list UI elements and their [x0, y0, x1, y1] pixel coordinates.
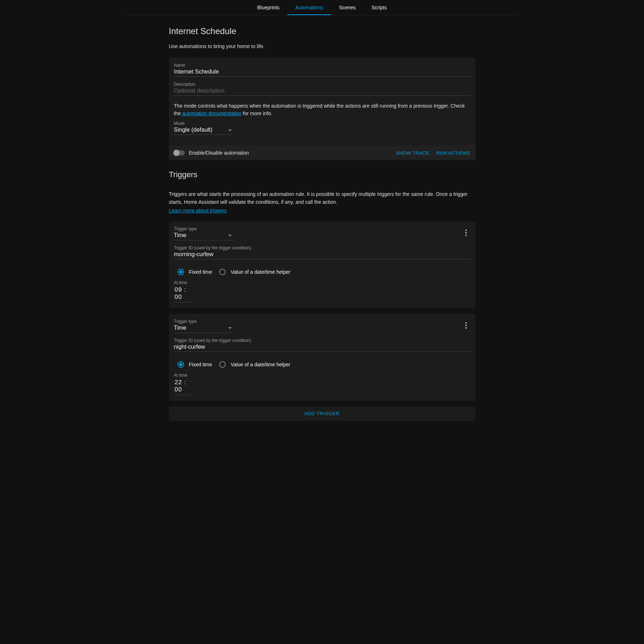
trigger-id-input[interactable] — [174, 343, 470, 352]
tab-blueprints[interactable]: Blueprints — [249, 0, 287, 15]
trigger-id-input[interactable] — [174, 250, 470, 259]
trigger-type-select[interactable]: Trigger type Time — [174, 226, 233, 240]
helper-label: Value of a date/time helper — [231, 269, 290, 275]
trigger-id-label: Trigger ID (used by the trigger conditio… — [174, 245, 251, 250]
mode-help-text: The mode controls what happens when the … — [174, 102, 470, 117]
add-trigger-button[interactable]: ADD TRIGGER — [169, 406, 475, 421]
fixed-time-label: Fixed time — [189, 269, 212, 275]
tab-scenes[interactable]: Scenes — [331, 0, 364, 15]
trigger-type-label: Trigger type — [174, 319, 197, 324]
trigger-type-label: Trigger type — [174, 226, 197, 231]
trigger-card: Trigger type Time Trigger ID (used by th… — [169, 221, 475, 308]
trigger-type-value: Time — [174, 231, 187, 240]
settings-card: Name Description The mode controls what … — [169, 58, 475, 160]
at-time-input[interactable]: 22 : 00 — [174, 378, 191, 395]
mode-label: Mode — [174, 121, 185, 126]
enable-toggle[interactable] — [174, 150, 185, 155]
mode-select[interactable]: Mode Single (default) — [174, 121, 233, 135]
mode-value: Single (default) — [174, 126, 213, 135]
helper-label: Value of a date/time helper — [231, 362, 290, 367]
description-field[interactable]: Description — [174, 82, 470, 96]
chevron-down-icon — [228, 327, 232, 329]
name-field[interactable]: Name — [174, 63, 470, 77]
tab-bar: Blueprints Automations Scenes Scripts — [126, 0, 518, 15]
page-title: Internet Schedule — [169, 26, 475, 36]
trigger-card: Trigger type Time Trigger ID (used by th… — [169, 314, 475, 401]
fixed-time-radio[interactable] — [178, 269, 184, 275]
fixed-time-label: Fixed time — [189, 362, 212, 367]
trigger-id-label: Trigger ID (used by the trigger conditio… — [174, 338, 251, 343]
description-input[interactable] — [174, 87, 470, 95]
run-actions-button[interactable]: RUN ACTIONS — [436, 150, 470, 156]
at-time-label: At time — [174, 280, 470, 285]
trigger-type-value: Time — [174, 324, 187, 333]
triggers-heading: Triggers — [169, 170, 475, 179]
name-label: Name — [174, 63, 185, 68]
mode-doc-link[interactable]: automation documentation — [182, 111, 241, 116]
show-trace-button[interactable]: SHOW TRACE — [396, 150, 429, 156]
trigger-menu-button[interactable] — [462, 229, 470, 237]
name-input[interactable] — [174, 68, 470, 76]
trigger-menu-button[interactable] — [462, 321, 470, 330]
tab-scripts[interactable]: Scripts — [364, 0, 395, 15]
fixed-time-radio[interactable] — [178, 361, 184, 368]
trigger-id-field[interactable]: Trigger ID (used by the trigger conditio… — [174, 338, 470, 352]
triggers-description: Triggers are what starts the processing … — [169, 190, 475, 206]
description-label: Description — [174, 82, 196, 87]
trigger-id-field[interactable]: Trigger ID (used by the trigger conditio… — [174, 245, 470, 259]
trigger-type-select[interactable]: Trigger type Time — [174, 319, 233, 333]
at-time-label: At time — [174, 373, 470, 378]
tab-automations[interactable]: Automations — [287, 0, 331, 15]
triggers-learn-link[interactable]: Learn more about triggers — [169, 208, 227, 213]
chevron-down-icon — [228, 235, 232, 236]
chevron-down-icon — [228, 130, 232, 131]
helper-radio[interactable] — [219, 269, 226, 275]
helper-radio[interactable] — [219, 361, 226, 368]
enable-toggle-label: Enable/Disable automation — [189, 150, 249, 156]
page-subtitle: Use automations to bring your home to li… — [169, 43, 475, 49]
at-time-input[interactable]: 09 : 00 — [174, 285, 191, 302]
